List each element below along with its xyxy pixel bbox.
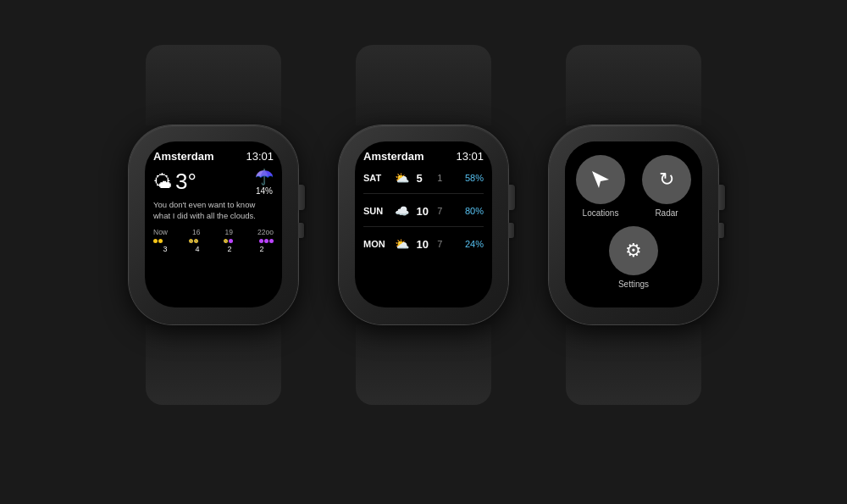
- watch-3-body: Locations ↻ Radar: [536, 45, 731, 460]
- forecast-row-mon: MON ⛅ 10 7 24%: [363, 237, 484, 259]
- radar-label: Radar: [655, 208, 678, 218]
- temp-now: 3: [153, 245, 177, 253]
- watch-1: Amsterdam 13:01 🌤 3° ☂️ 14%: [116, 45, 311, 460]
- time-2: 13:01: [456, 150, 484, 163]
- rain-percent: 14%: [255, 186, 274, 196]
- icons-22: [259, 239, 274, 243]
- dot-yellow: [153, 239, 158, 243]
- locations-label: Locations: [583, 208, 619, 218]
- hour-22: 22oo: [257, 228, 274, 236]
- forecast-row-sun: SUN ☁️ 10 7 80%: [363, 204, 484, 227]
- weather-description: You don't even want to know what I did w…: [153, 200, 274, 222]
- temp-22: 2: [250, 245, 274, 253]
- rain-sat: 58%: [457, 173, 484, 183]
- rain-icon: ☂️: [255, 169, 274, 186]
- icon-sun: ☁️: [395, 204, 409, 218]
- radar-btn[interactable]: ↻ Radar: [638, 155, 695, 218]
- high-sat: 5: [417, 172, 430, 185]
- icon-sat: ⛅: [395, 171, 409, 185]
- day-sun: SUN: [363, 206, 387, 216]
- temp-group: 🌤 3°: [153, 169, 197, 195]
- dot-yellow: [158, 239, 163, 243]
- locations-circle: [576, 155, 625, 204]
- gear-icon: ⚙: [625, 240, 642, 262]
- hourly-icons: [153, 239, 274, 243]
- sun-icon: 🌤: [153, 171, 172, 193]
- icons-19: [224, 239, 233, 243]
- radar-circle: ↻: [642, 155, 691, 204]
- watch-3: Locations ↻ Radar: [536, 45, 731, 460]
- band-top-3: [566, 45, 701, 125]
- dot-hatched: [189, 239, 193, 243]
- watch-case-2: Amsterdam 13:01 SAT ⛅ 5 1 58% SUN ☁️: [339, 125, 508, 324]
- watch-case-3: Locations ↻ Radar: [549, 125, 718, 324]
- settings-circle: ⚙: [609, 226, 658, 275]
- low-mon: 7: [437, 239, 449, 249]
- dot-purple: [269, 239, 274, 243]
- temp-16: 4: [185, 245, 209, 253]
- watch-1-body: Amsterdam 13:01 🌤 3° ☂️ 14%: [116, 45, 311, 460]
- icons-now: [153, 239, 163, 243]
- high-sun: 10: [417, 205, 430, 218]
- band-bottom-1: [146, 324, 281, 405]
- screen-current-weather: Amsterdam 13:01 🌤 3° ☂️ 14%: [145, 141, 282, 258]
- band-bottom-3: [566, 324, 701, 405]
- hour-16: 16: [192, 228, 200, 236]
- watch-screen-3: Locations ↻ Radar: [565, 141, 702, 307]
- watch-screen-2: Amsterdam 13:01 SAT ⛅ 5 1 58% SUN ☁️: [355, 141, 492, 307]
- s1-header: Amsterdam 13:01: [153, 150, 274, 163]
- dot-purple: [229, 239, 233, 243]
- rain-group: ☂️ 14%: [255, 168, 274, 196]
- forecast-row-sat: SAT ⛅ 5 1 58%: [363, 171, 484, 194]
- dot-purple: [264, 239, 268, 243]
- hourly-temps: 3 4 2 2: [153, 245, 274, 253]
- s1-weather-row: 🌤 3° ☂️ 14%: [153, 168, 274, 196]
- band-top-2: [356, 45, 491, 125]
- location-arrow-icon: [590, 169, 611, 190]
- hourly-headers: Now 16 19 22oo: [153, 228, 274, 236]
- low-sat: 1: [437, 173, 449, 183]
- rain-sun: 80%: [457, 206, 484, 216]
- screen-menu: Locations ↻ Radar: [565, 141, 702, 299]
- dot-hatched: [224, 239, 228, 243]
- day-sat: SAT: [363, 173, 387, 183]
- city-1: Amsterdam: [153, 150, 214, 163]
- watches-container: Amsterdam 13:01 🌤 3° ☂️ 14%: [116, 45, 731, 460]
- watch-case-1: Amsterdam 13:01 🌤 3° ☂️ 14%: [129, 125, 298, 324]
- radar-refresh-icon: ↻: [659, 169, 674, 191]
- icons-16: [189, 239, 198, 243]
- temperature: 3°: [175, 169, 197, 195]
- day-mon: MON: [363, 239, 387, 249]
- s2-header: Amsterdam 13:01: [363, 150, 484, 163]
- settings-label: Settings: [618, 280, 649, 289]
- locations-btn[interactable]: Locations: [572, 155, 629, 218]
- band-bottom-2: [356, 324, 491, 405]
- rain-mon: 24%: [457, 239, 484, 249]
- hour-19: 19: [225, 228, 233, 236]
- dot-hatched: [194, 239, 198, 243]
- city-2: Amsterdam: [363, 150, 424, 163]
- icon-mon: ⛅: [395, 237, 409, 251]
- settings-section: ⚙ Settings: [609, 226, 658, 289]
- watch-screen-1: Amsterdam 13:01 🌤 3° ☂️ 14%: [145, 141, 282, 307]
- settings-btn[interactable]: ⚙ Settings: [609, 226, 658, 289]
- time-1: 13:01: [246, 150, 274, 163]
- low-sun: 7: [437, 206, 449, 216]
- band-top-1: [146, 45, 281, 125]
- screen-forecast: Amsterdam 13:01 SAT ⛅ 5 1 58% SUN ☁️: [355, 141, 492, 266]
- watch-2-body: Amsterdam 13:01 SAT ⛅ 5 1 58% SUN ☁️: [326, 45, 521, 460]
- menu-grid: Locations ↻ Radar: [572, 155, 695, 218]
- hour-now: Now: [153, 228, 168, 236]
- temp-19: 2: [218, 245, 241, 253]
- dot-purple: [259, 239, 263, 243]
- watch-2: Amsterdam 13:01 SAT ⛅ 5 1 58% SUN ☁️: [326, 45, 521, 460]
- high-mon: 10: [417, 238, 430, 251]
